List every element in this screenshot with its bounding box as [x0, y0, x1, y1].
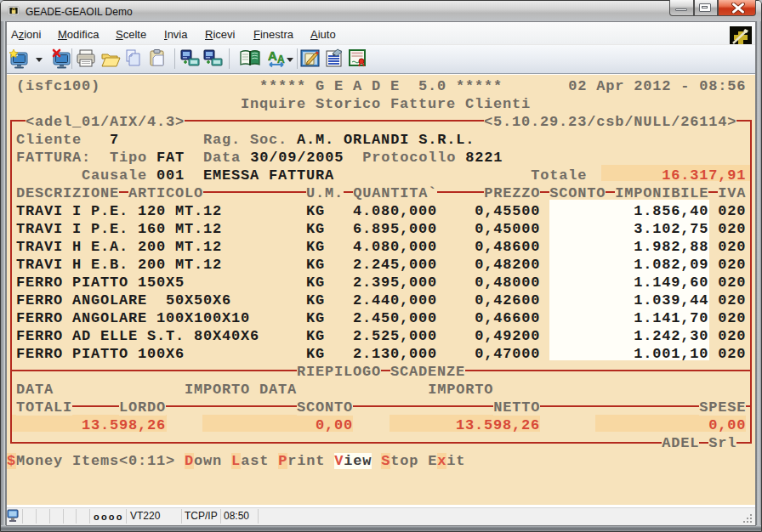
svg-text:A: A: [268, 48, 277, 63]
